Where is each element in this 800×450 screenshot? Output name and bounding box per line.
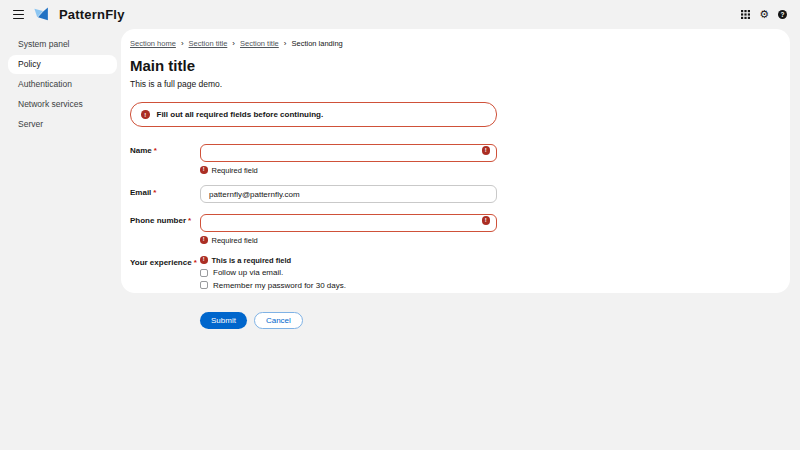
input-error-icon: !: [482, 146, 491, 155]
phone-label: Phone number*: [130, 211, 200, 245]
form-row-name: Name* ! ! Required field: [130, 141, 506, 175]
form-row-experience: Your experience* ! This is a required fi…: [130, 253, 506, 290]
required-indicator: *: [194, 258, 197, 267]
breadcrumb-current: Section landing: [291, 39, 342, 48]
masthead: PatternFly ⚙ ?: [0, 0, 800, 29]
input-error-icon: !: [482, 216, 491, 225]
brand-name: PatternFly: [59, 7, 125, 22]
demo-form: Name* ! ! Required field Email*: [130, 141, 506, 329]
exclamation-circle-icon: !: [200, 256, 208, 264]
required-indicator: *: [154, 146, 157, 155]
cancel-button[interactable]: Cancel: [254, 312, 303, 329]
breadcrumb-separator-icon: ›: [181, 40, 184, 47]
phone-error-helper: ! Required field: [200, 236, 497, 245]
patternfly-logo-icon: [33, 6, 50, 23]
settings-icon[interactable]: ⚙: [759, 10, 769, 19]
required-indicator: *: [153, 188, 156, 197]
email-input[interactable]: [200, 185, 497, 203]
checkbox-icon[interactable]: [200, 281, 208, 289]
phone-input[interactable]: [200, 214, 497, 232]
submit-button[interactable]: Submit: [200, 312, 247, 329]
content-panel: Section home › Section title › Section t…: [121, 29, 790, 293]
exclamation-circle-icon: !: [141, 110, 150, 119]
sidebar-nav: System panel Policy Authentication Netwo…: [0, 29, 121, 450]
breadcrumb: Section home › Section title › Section t…: [130, 39, 781, 48]
danger-alert: ! Fill out all required fields before co…: [130, 102, 497, 127]
sidebar-item-policy[interactable]: Policy: [8, 55, 117, 74]
email-label: Email*: [130, 183, 200, 204]
name-error-helper: ! Required field: [200, 166, 497, 175]
breadcrumb-link[interactable]: Section title: [240, 39, 279, 48]
sidebar-item-network-services[interactable]: Network services: [8, 95, 117, 114]
name-input[interactable]: [200, 144, 497, 162]
checkbox-remember-password[interactable]: Remember my password for 30 days.: [200, 281, 346, 290]
form-row-phone: Phone number* ! ! Required field: [130, 211, 506, 245]
experience-label: Your experience*: [130, 253, 200, 290]
form-row-email: Email*: [130, 183, 506, 204]
checkbox-follow-up[interactable]: Follow up via email.: [200, 268, 346, 277]
breadcrumb-link[interactable]: Section title: [189, 39, 228, 48]
sidebar-item-system-panel[interactable]: System panel: [8, 35, 117, 54]
breadcrumb-separator-icon: ›: [284, 40, 287, 47]
sidebar-item-authentication[interactable]: Authentication: [8, 75, 117, 94]
required-indicator: *: [188, 216, 191, 225]
name-label: Name*: [130, 141, 200, 175]
page-subtitle: This is a full page demo.: [130, 79, 781, 89]
checkbox-icon[interactable]: [200, 269, 208, 277]
help-icon[interactable]: ?: [778, 10, 787, 19]
sidebar-item-server[interactable]: Server: [8, 115, 117, 134]
exclamation-circle-icon: !: [200, 166, 208, 174]
exclamation-circle-icon: !: [200, 236, 208, 244]
breadcrumb-link[interactable]: Section home: [130, 39, 176, 48]
page-title: Main title: [130, 57, 781, 74]
alert-message: Fill out all required fields before cont…: [157, 110, 324, 119]
breadcrumb-separator-icon: ›: [232, 40, 235, 47]
experience-error-helper: ! This is a required field: [200, 256, 346, 265]
app-launcher-icon[interactable]: [741, 10, 750, 19]
menu-toggle-icon[interactable]: [13, 10, 24, 20]
form-actions: Submit Cancel: [130, 312, 506, 329]
